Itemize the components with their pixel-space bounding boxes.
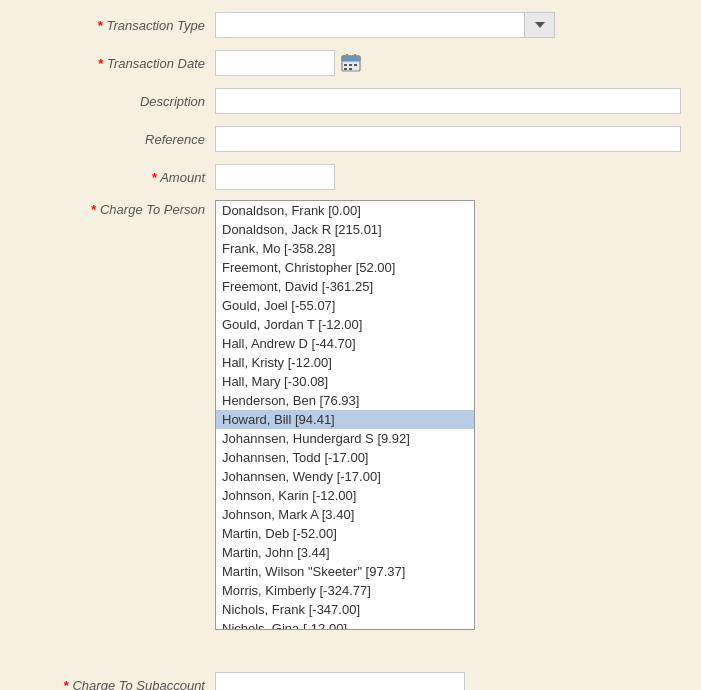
chevron-down-icon [535, 22, 545, 28]
subaccount-wrapper [215, 672, 465, 690]
list-item[interactable]: Donaldson, Frank [0.00] [216, 201, 474, 220]
amount-row: * Amount 15 [20, 162, 681, 192]
list-item[interactable]: Frank, Mo [-358.28] [216, 239, 474, 258]
svg-rect-3 [354, 54, 356, 58]
list-item[interactable]: Howard, Bill [94.41] [216, 410, 474, 429]
list-item[interactable]: Hall, Andrew D [-44.70] [216, 334, 474, 353]
svg-rect-1 [342, 56, 360, 61]
svg-rect-6 [354, 64, 357, 66]
date-wrapper: 04/25/2017 [215, 50, 362, 76]
list-item[interactable]: Martin, John [3.44] [216, 543, 474, 562]
description-input[interactable]: Troop T-Shirt Purchase [215, 88, 681, 114]
list-item[interactable]: Freemont, Christopher [52.00] [216, 258, 474, 277]
calendar-icon[interactable] [340, 52, 362, 74]
svg-rect-4 [344, 64, 347, 66]
list-item[interactable]: Hall, Mary [-30.08] [216, 372, 474, 391]
svg-rect-7 [344, 68, 347, 70]
description-label: Description [20, 94, 215, 109]
charge-to-person-row: * Charge To Person Donaldson, Frank [0.0… [20, 200, 681, 230]
description-row: Description Troop T-Shirt Purchase [20, 86, 681, 116]
list-item[interactable]: Morris, Kimberly [-324.77] [216, 581, 474, 600]
list-item[interactable]: Freemont, David [-361.25] [216, 277, 474, 296]
reference-input[interactable] [215, 126, 681, 152]
list-item[interactable]: Gould, Joel [-55.07] [216, 296, 474, 315]
form-container: * Transaction Type Charge Member Account… [0, 0, 701, 690]
transaction-type-dropdown-btn[interactable] [525, 12, 555, 38]
charge-to-person-label: * Charge To Person [20, 200, 215, 217]
transaction-date-row: * Transaction Date 04/25/2017 [20, 48, 681, 78]
transaction-type-wrapper: Charge Member Account [215, 12, 555, 38]
transaction-type-label: * Transaction Type [20, 18, 215, 33]
amount-label: * Amount [20, 170, 215, 185]
list-item[interactable]: Gould, Jordan T [-12.00] [216, 315, 474, 334]
list-item[interactable]: Johannsen, Hundergard S [9.92] [216, 429, 474, 448]
charge-to-subaccount-label: * Charge To Subaccount [20, 678, 215, 691]
transaction-type-row: * Transaction Type Charge Member Account [20, 10, 681, 40]
list-item[interactable]: Hall, Kristy [-12.00] [216, 353, 474, 372]
list-item[interactable]: Martin, Deb [-52.00] [216, 524, 474, 543]
list-item[interactable]: Martin, Wilson "Skeeter" [97.37] [216, 562, 474, 581]
list-item[interactable]: Johnson, Mark A [3.40] [216, 505, 474, 524]
subaccount-input[interactable] [215, 672, 465, 690]
list-item[interactable]: Johannsen, Wendy [-17.00] [216, 467, 474, 486]
reference-row: Reference [20, 124, 681, 154]
svg-rect-5 [349, 64, 352, 66]
reference-label: Reference [20, 132, 215, 147]
list-item[interactable]: Nichols, Frank [-347.00] [216, 600, 474, 619]
transaction-date-input[interactable]: 04/25/2017 [215, 50, 335, 76]
list-item[interactable]: Nichols, Gina [-12.00] [216, 619, 474, 630]
list-item[interactable]: Johnson, Karin [-12.00] [216, 486, 474, 505]
svg-rect-8 [349, 68, 352, 70]
list-item[interactable]: Johannsen, Todd [-17.00] [216, 448, 474, 467]
transaction-date-label: * Transaction Date [20, 56, 215, 71]
list-item[interactable]: Henderson, Ben [76.93] [216, 391, 474, 410]
transaction-type-input[interactable]: Charge Member Account [215, 12, 525, 38]
list-item[interactable]: Donaldson, Jack R [215.01] [216, 220, 474, 239]
person-dropdown-list[interactable]: Donaldson, Frank [0.00]Donaldson, Jack R… [215, 200, 475, 630]
svg-rect-2 [346, 54, 348, 58]
charge-to-subaccount-row: * Charge To Subaccount [20, 670, 681, 690]
amount-input[interactable]: 15 [215, 164, 335, 190]
